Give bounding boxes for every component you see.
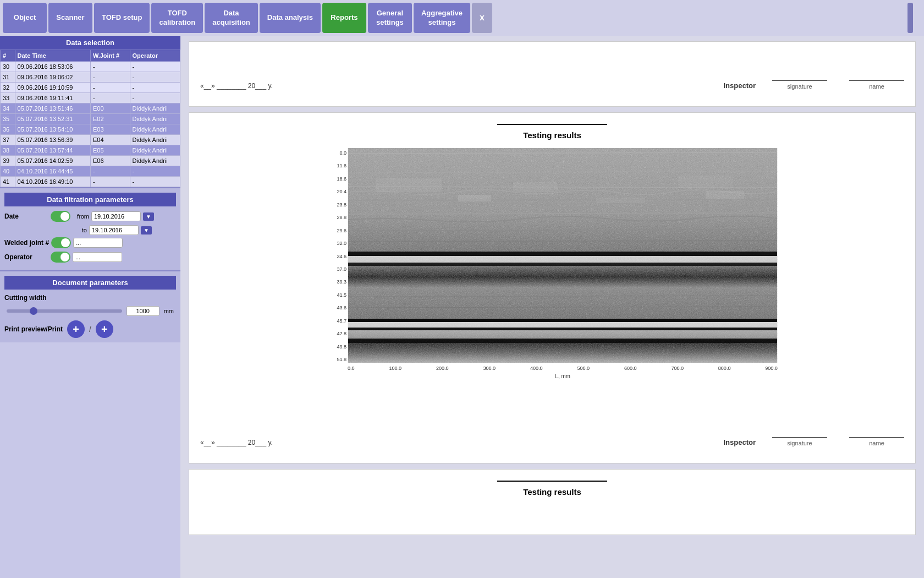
cell-datetime: 05.07.2016 14:02:59 — [15, 156, 90, 166]
table-row[interactable]: 32 09.06.2016 19:10:59 - - — [1, 83, 180, 93]
x-label-6: 600.0 — [624, 366, 637, 371]
nav-data-acquisition-button[interactable]: Data acquisition — [205, 3, 258, 33]
wjoint-input[interactable] — [73, 238, 123, 248]
to-label: to — [70, 227, 87, 233]
nav-general-settings-button[interactable]: General settings — [368, 3, 412, 33]
cutting-width-label: Cutting width — [4, 294, 59, 302]
y-label-16: 51.8 — [328, 357, 346, 362]
col-id[interactable]: # — [1, 50, 15, 62]
right-content[interactable]: «__» ________ 20___ y. Inspector signatu… — [180, 36, 924, 578]
cell-operator: Diddyk Andrii — [130, 124, 180, 135]
table-row[interactable]: 40 04.10.2016 16:44:45 - - — [1, 166, 180, 177]
chart-container: 0.0 11.6 18.6 20.4 23.8 28.8 29.6 32.0 3… — [327, 148, 778, 364]
report-page-1: «__» ________ 20___ y. Inspector signatu… — [189, 41, 916, 107]
table-row[interactable]: 39 05.07.2016 14:02:59 E06 Diddyk Andrii — [1, 156, 180, 166]
sig-name-1: name — [849, 80, 904, 90]
sig-line-2 — [772, 437, 827, 438]
right-scroll-indicator — [908, 3, 913, 33]
report-page-3: Testing results — [189, 469, 916, 535]
table-row[interactable]: 33 09.06.2016 19:11:41 - - — [1, 93, 180, 103]
sig-inspector-2: Inspector — [723, 438, 756, 446]
cell-id: 31 — [1, 72, 15, 83]
chart-wrapper: 0.0 11.6 18.6 20.4 23.8 28.8 29.6 32.0 3… — [327, 148, 778, 399]
cell-datetime: 05.07.2016 13:51:46 — [15, 103, 90, 114]
report-title: Testing results — [200, 130, 904, 140]
svg-rect-24 — [596, 198, 645, 203]
filter-section: Data filtration parameters Date from ▼ t… — [0, 187, 180, 270]
cell-operator: - — [130, 72, 180, 83]
signature-line-1: «__» ________ 20___ y. Inspector signatu… — [200, 75, 904, 95]
svg-rect-13 — [348, 322, 777, 328]
nav-tofd-setup-button[interactable]: TOFD setup — [94, 3, 150, 33]
operator-toggle[interactable] — [51, 252, 70, 263]
col-wjoint[interactable]: W.Joint # — [90, 50, 130, 62]
spacer — [200, 399, 904, 432]
nav-aggregative-settings-button[interactable]: Aggregative settings — [414, 3, 470, 33]
cell-wjoint: - — [90, 177, 130, 187]
cell-id: 41 — [1, 177, 15, 187]
y-label-2: 18.6 — [328, 176, 346, 182]
nav-close-button[interactable]: x — [472, 3, 492, 33]
cell-id: 30 — [1, 62, 15, 72]
col-datetime[interactable]: Date Time — [15, 50, 90, 62]
x-label-8: 800.0 — [718, 366, 731, 371]
date-to-input[interactable] — [89, 225, 139, 235]
cutting-width-input[interactable] — [127, 306, 160, 316]
date-toggle[interactable] — [51, 211, 70, 222]
doc-params-header: Document parameters — [4, 276, 176, 290]
cell-id: 40 — [1, 166, 15, 177]
cell-id: 32 — [1, 83, 15, 93]
y-label-4: 23.8 — [328, 202, 346, 208]
table-row[interactable]: 35 05.07.2016 13:52:31 E02 Diddyk Andrii — [1, 114, 180, 124]
cell-wjoint: E00 — [90, 103, 130, 114]
sig-signature-label-1: signature — [787, 83, 812, 90]
cell-id: 33 — [1, 93, 15, 103]
table-row[interactable]: 41 04.10.2016 16:49:10 - - — [1, 177, 180, 187]
table-row[interactable]: 38 05.07.2016 13:57:44 E05 Diddyk Andrii — [1, 145, 180, 156]
date-from-dropdown[interactable]: ▼ — [143, 212, 154, 221]
report-title-3: Testing results — [200, 487, 904, 497]
cell-wjoint: E03 — [90, 124, 130, 135]
cell-datetime: 05.07.2016 13:54:10 — [15, 124, 90, 135]
table-row[interactable]: 37 05.07.2016 13:56:39 E04 Diddyk Andrii — [1, 135, 180, 145]
x-label-9: 900.0 — [765, 366, 778, 371]
nav-data-analysis-button[interactable]: Data analysis — [260, 3, 321, 33]
date-to-dropdown[interactable]: ▼ — [141, 226, 152, 235]
svg-rect-7 — [348, 252, 777, 256]
table-row[interactable]: 31 09.06.2016 19:06:02 - - — [1, 72, 180, 83]
nav-object-button[interactable]: Object — [3, 3, 47, 33]
nav-tofd-calibration-button[interactable]: TOFD calibration — [151, 3, 203, 33]
y-label-14: 47.8 — [328, 331, 346, 336]
sig-group-2: signature name — [772, 437, 904, 446]
from-label: from — [73, 213, 89, 220]
print-preview-button[interactable]: + — [67, 320, 85, 338]
data-table-scroll[interactable]: # Date Time W.Joint # Operator 30 09.06.… — [0, 50, 180, 187]
cutting-width-slider-thumb[interactable] — [30, 307, 37, 315]
cell-datetime: 05.07.2016 13:56:39 — [15, 135, 90, 145]
cell-datetime: 09.06.2016 18:53:06 — [15, 62, 90, 72]
col-operator[interactable]: Operator — [130, 50, 180, 62]
cell-datetime: 05.07.2016 13:57:44 — [15, 145, 90, 156]
cell-operator: - — [130, 93, 180, 103]
table-row[interactable]: 30 09.06.2016 18:53:06 - - — [1, 62, 180, 72]
data-table: # Date Time W.Joint # Operator 30 09.06.… — [0, 50, 180, 187]
nav-reports-button[interactable]: Reports — [322, 3, 366, 33]
cutting-width-row: Cutting width — [4, 294, 176, 302]
operator-input[interactable] — [73, 252, 122, 262]
cutting-width-slider-track[interactable] — [7, 309, 122, 313]
cell-id: 34 — [1, 103, 15, 114]
wjoint-toggle[interactable] — [51, 237, 71, 248]
cell-datetime: 09.06.2016 19:06:02 — [15, 72, 90, 83]
y-axis: 0.0 11.6 18.6 20.4 23.8 28.8 29.6 32.0 3… — [327, 148, 348, 364]
svg-rect-21 — [513, 182, 557, 192]
cell-operator: - — [130, 177, 180, 187]
x-label-2: 200.0 — [436, 366, 449, 371]
title-underline-3 — [497, 481, 607, 482]
table-row[interactable]: 36 05.07.2016 13:54:10 E03 Diddyk Andrii — [1, 124, 180, 135]
date-from-input[interactable] — [91, 211, 141, 221]
mm-unit-label: mm — [164, 308, 174, 314]
table-row[interactable]: 34 05.07.2016 13:51:46 E00 Diddyk Andrii — [1, 103, 180, 114]
svg-rect-8 — [348, 256, 777, 263]
nav-scanner-button[interactable]: Scanner — [48, 3, 92, 33]
print-button[interactable]: + — [96, 320, 113, 338]
